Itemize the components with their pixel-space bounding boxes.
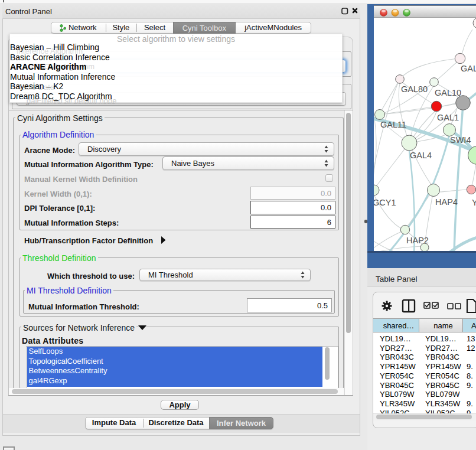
svg-text:GAL2: GAL2 xyxy=(461,64,476,73)
svg-text:GAL1: GAL1 xyxy=(437,113,459,122)
svg-text:HAP2: HAP2 xyxy=(406,236,429,245)
svg-text:GCY1: GCY1 xyxy=(374,198,396,207)
svg-text:SWI4: SWI4 xyxy=(450,135,471,145)
svg-text:GAL10: GAL10 xyxy=(435,88,461,97)
svg-text:GAL80: GAL80 xyxy=(401,84,428,94)
svg-text:GAL11: GAL11 xyxy=(380,120,406,129)
svg-text:HAP4: HAP4 xyxy=(435,197,458,207)
svg-text:GAL4: GAL4 xyxy=(410,151,432,160)
svg-text:Y: Y xyxy=(472,198,476,207)
